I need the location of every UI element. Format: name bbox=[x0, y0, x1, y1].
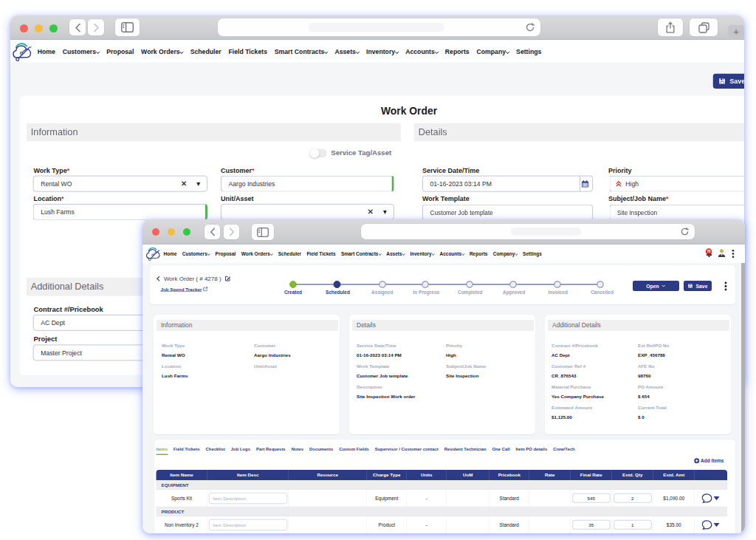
svg-text:78: 78 bbox=[707, 250, 711, 253]
